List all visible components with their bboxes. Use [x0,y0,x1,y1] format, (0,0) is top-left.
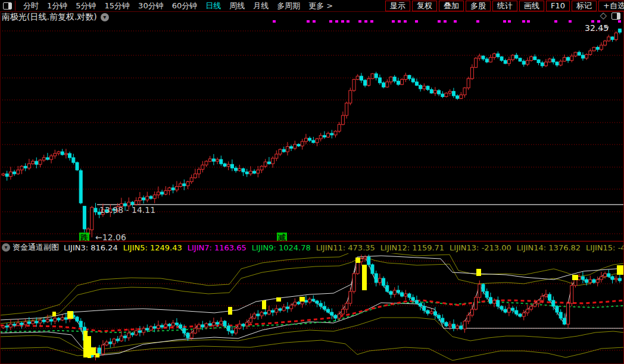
toolbar-item-2[interactable]: 5分钟 [76,1,96,11]
toolbar-button-3[interactable]: 多股 [466,1,491,11]
indicator-LIJIN15: LIJIN15: -430.11 [586,243,624,252]
chart-title-bar: 南极光(日线.前复权.对数) ▾ ◇ [0,11,624,23]
toolbar-divider [15,1,15,11]
indicator-LIJIN5: LIJIN5: 1249.43 [123,243,182,252]
panel-toggle-icon[interactable] [611,12,620,20]
indicator-values: LIJIN3: 816.24LIJIN5: 1249.43LIJIN7: 116… [64,243,624,252]
toolbar-item-7[interactable]: 周线 [229,1,245,11]
toolbar-button-2[interactable]: 叠加 [439,1,464,11]
indicator-LIJIN7: LIJIN7: 1163.65 [188,243,247,252]
toolbar-buttons: 显示复权叠加多股统计画线F10标记+自选 [383,0,624,11]
indicator-LIJIN3: LIJIN3: 816.24 [64,243,118,252]
toolbar-button-6[interactable]: F10 [546,1,570,11]
toolbar-item-5[interactable]: 60分钟 [172,1,198,11]
indicator-LIJIN12: LIJIN12: 1159.71 [380,243,444,252]
sub-chart-title: 资金通道副图 [13,242,59,253]
indicator-LIJIN11: LIJIN11: 473.35 [316,243,375,252]
stock-title: 南极光(日线.前复权.对数) [2,12,97,23]
toolbar-item-1[interactable]: 1分钟 [47,1,67,11]
toolbar-item-10[interactable]: 更多 > [308,1,333,11]
toolbar-button-7[interactable]: 标记 [572,1,597,11]
top-toolbar: 分时1分钟5分钟15分钟30分钟60分钟日线周线月线多周期更多 > 显示复权叠加… [0,0,624,12]
window-panel-icon[interactable] [3,2,12,10]
toolbar-button-4[interactable]: 统计 [492,1,517,11]
sub-chart-header: ▾ 资金通道副图 LIJIN3: 816.24LIJIN5: 1249.43LI… [0,241,624,253]
toolbar-item-4[interactable]: 30分钟 [138,1,164,11]
toolbar-item-9[interactable]: 多周期 [277,1,300,11]
toolbar-button-8[interactable]: +自选 [598,1,624,11]
toolbar-item-6[interactable]: 日线 [205,1,221,11]
toolbar-button-5[interactable]: 画线 [519,1,544,11]
indicator-LIJIN9: LIJIN9: 1024.78 [252,243,311,252]
gap-price-label: 13.98 - 14.11 [99,205,155,215]
indicator-LIJIN13: LIJIN13: -213.00 [450,243,511,252]
toolbar-item-8[interactable]: 月线 [253,1,269,11]
diamond-icon[interactable]: ◇ [600,11,607,20]
chevron-down-icon[interactable]: ▾ [2,243,10,252]
toolbar-item-0[interactable]: 分时 [23,1,39,11]
high-price-label: 32.45 [585,23,609,33]
chevron-down-icon[interactable]: ▾ [101,13,109,21]
period-menu: 分时1分钟5分钟15分钟30分钟60分钟日线周线月线多周期更多 > [19,1,337,11]
chart-canvas[interactable] [0,0,624,364]
toolbar-item-3[interactable]: 15分钟 [105,1,130,11]
toolbar-button-0[interactable]: 显示 [385,1,410,11]
app-window: 分时1分钟5分钟15分钟30分钟60分钟日线周线月线多周期更多 > 显示复权叠加… [0,0,624,364]
indicator-LIJIN14: LIJIN14: 1376.82 [517,243,581,252]
toolbar-button-1[interactable]: 复权 [412,1,437,11]
